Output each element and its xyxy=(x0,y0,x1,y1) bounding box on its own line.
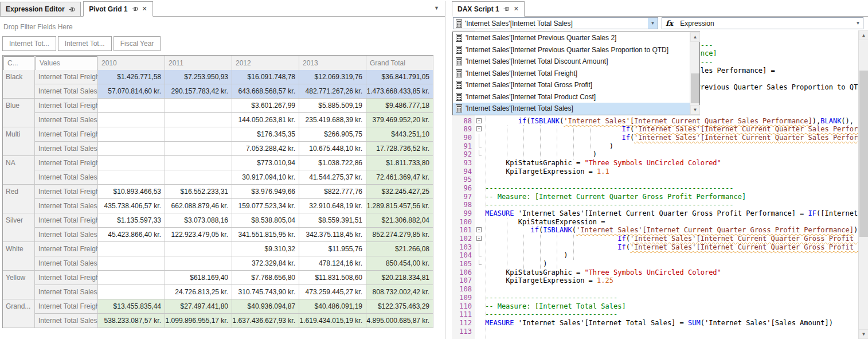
pivot-value-cell[interactable]: $266.905,75 xyxy=(299,127,366,142)
pivot-value-cell[interactable] xyxy=(98,113,165,127)
pivot-corner-header[interactable]: C... xyxy=(3,56,34,72)
pivot-value-cell[interactable]: $1.426.771,58 xyxy=(98,70,165,84)
filter-field-button[interactable]: Internet Tot... xyxy=(58,36,112,51)
pivot-value-cell[interactable] xyxy=(165,142,232,156)
pivot-value-cell[interactable]: 372.329,84 kr. xyxy=(232,256,299,271)
pivot-value-cell[interactable]: 17.728.736,52 kr. xyxy=(366,142,433,156)
measure-dropdown-item[interactable]: 'Internet Sales'[Internet Total Product … xyxy=(453,91,699,103)
pivot-measure-cell[interactable]: Internet Total Freight xyxy=(35,242,98,256)
expression-combobox[interactable]: fx Expression ▼ xyxy=(662,17,863,29)
drop-filter-zone[interactable]: Drop Filter Fields Here xyxy=(3,23,445,31)
pivot-value-cell[interactable]: 1.637.436.627,93 kr. xyxy=(232,314,299,328)
pivot-value-cell[interactable]: $32.245.427,25 xyxy=(366,185,433,199)
editor-vertical-scrollbar[interactable]: ▲ ▼ xyxy=(858,30,868,339)
pivot-value-cell[interactable]: 24.726.813,25 kr. xyxy=(165,285,232,299)
filter-field-button[interactable]: Fiscal Year xyxy=(114,36,161,51)
pivot-value-cell[interactable] xyxy=(165,170,232,185)
pivot-measure-cell[interactable]: Internet Total Freight xyxy=(35,99,98,113)
scrollbar-thumb[interactable] xyxy=(859,71,868,237)
pivot-column-header[interactable]: 2013 xyxy=(299,56,366,71)
pivot-value-cell[interactable]: 159.077.523,34 kr. xyxy=(232,199,299,213)
pivot-value-cell[interactable]: $9.486.777,18 xyxy=(366,99,433,113)
pivot-measure-cell[interactable]: Internet Total Sales xyxy=(35,285,98,299)
pin-icon[interactable] xyxy=(132,6,138,12)
pin-icon[interactable] xyxy=(69,6,75,13)
expression-combobox-dropdown-button[interactable]: ▼ xyxy=(853,18,863,29)
pivot-measure-cell[interactable]: Internet Total Sales xyxy=(35,142,98,156)
pivot-value-cell[interactable]: 1.289.815.457,56 kr. xyxy=(366,199,433,213)
scroll-down-arrow-icon[interactable]: ▼ xyxy=(859,329,868,339)
measure-dropdown-item[interactable]: 'Internet Sales'[Internet Total Freight] xyxy=(453,68,699,80)
tab-overflow-chevron-icon[interactable]: ▼ xyxy=(434,5,439,11)
pivot-value-cell[interactable] xyxy=(165,242,232,256)
pivot-measure-cell[interactable]: Internet Total Freight xyxy=(35,213,98,228)
pivot-value-cell[interactable] xyxy=(98,285,165,299)
pivot-value-cell[interactable] xyxy=(98,170,165,185)
pivot-measure-cell[interactable]: Internet Total Sales xyxy=(35,170,98,185)
pivot-measure-cell[interactable]: Internet Total Sales xyxy=(35,228,98,242)
pivot-measure-cell[interactable]: Internet Total Freight xyxy=(35,127,98,142)
pivot-measure-cell[interactable]: Internet Total Freight xyxy=(35,156,98,170)
pivot-value-cell[interactable]: $8.538.805,04 xyxy=(232,213,299,228)
pivot-value-cell[interactable]: 45.423.866,40 kr. xyxy=(98,228,165,242)
pivot-value-cell[interactable]: 290.157.783,42 kr. xyxy=(165,84,232,99)
close-icon[interactable]: ✕ xyxy=(514,5,519,13)
pivot-value-cell[interactable]: 852.274.279,85 kr. xyxy=(366,228,433,242)
pivot-color-cell[interactable]: Yellow xyxy=(3,271,35,299)
measure-selector-combobox[interactable]: 'Internet Sales'[Internet Total Sales] ▼ xyxy=(453,17,658,29)
pivot-color-cell[interactable]: Red xyxy=(3,185,35,213)
pivot-value-cell[interactable]: 850.454,00 kr. xyxy=(366,256,433,271)
pivot-measure-cell[interactable]: Internet Total Sales xyxy=(35,199,98,213)
fold-collapse-icon[interactable]: - xyxy=(476,227,482,232)
pivot-measure-cell[interactable]: Internet Total Sales xyxy=(35,256,98,271)
pivot-value-cell[interactable]: $3.601.267,99 xyxy=(232,99,299,113)
pivot-measure-cell[interactable]: Internet Total Sales xyxy=(35,113,98,127)
pivot-value-cell[interactable]: $40.486.091,19 xyxy=(299,299,366,314)
pivot-value-cell[interactable]: 478.124,16 kr. xyxy=(299,256,366,271)
pivot-measure-cell[interactable]: Internet Total Freight xyxy=(35,299,98,314)
pivot-value-cell[interactable]: 235.419.688,39 kr. xyxy=(299,113,366,127)
scroll-down-arrow-icon[interactable]: ▼ xyxy=(690,105,700,115)
pivot-value-cell[interactable]: 643.668.568,57 kr. xyxy=(232,84,299,99)
pivot-value-cell[interactable]: 482.771.267,26 kr. xyxy=(299,84,366,99)
pivot-column-header[interactable]: 2011 xyxy=(165,56,232,71)
tab-pivot-grid[interactable]: Pivot Grid 1 ✕ xyxy=(83,1,153,17)
pivot-value-cell[interactable] xyxy=(98,142,165,156)
pivot-value-cell[interactable]: 341.551.815,95 kr. xyxy=(232,228,299,242)
pivot-value-cell[interactable]: $122.375.463,29 xyxy=(366,299,433,314)
pivot-value-cell[interactable]: $7.253.950,93 xyxy=(165,70,232,84)
pivot-value-cell[interactable]: $3.976.949,66 xyxy=(232,185,299,199)
close-icon[interactable]: ✕ xyxy=(142,5,147,13)
pivot-color-cell[interactable]: Black xyxy=(3,70,35,99)
pivot-value-cell[interactable]: $21.306.882,04 xyxy=(366,213,433,228)
fold-collapse-icon[interactable]: - xyxy=(476,118,482,123)
measure-combobox-dropdown-button[interactable]: ▼ xyxy=(648,18,658,29)
pivot-color-cell[interactable]: Blue xyxy=(3,99,35,127)
pivot-value-cell[interactable]: $16.091.748,78 xyxy=(232,70,299,84)
pivot-value-cell[interactable]: $1.811.733,80 xyxy=(366,156,433,170)
measure-dropdown-item[interactable]: 'Internet Sales'[Internet Total Gross Pr… xyxy=(453,79,699,91)
pivot-value-cell[interactable]: 41.544.275,37 kr. xyxy=(299,170,366,185)
pivot-value-cell[interactable]: 808.732.002,42 kr. xyxy=(366,285,433,299)
pivot-measure-cell[interactable]: Internet Total Sales xyxy=(35,84,98,99)
pivot-value-cell[interactable]: 1.099.896.955,17 kr. xyxy=(165,314,232,328)
pivot-value-cell[interactable]: $13.455.835,44 xyxy=(98,299,165,314)
pivot-color-cell[interactable]: NA xyxy=(3,156,35,185)
tab-dax-script[interactable]: DAX Script 1 ✕ xyxy=(452,1,525,17)
pivot-column-header[interactable]: 2010 xyxy=(98,56,165,71)
pivot-value-cell[interactable] xyxy=(98,156,165,170)
pivot-column-header[interactable]: 2012 xyxy=(232,56,299,71)
measure-dropdown-item[interactable]: 'Internet Sales'[Internet Previous Quart… xyxy=(453,32,699,44)
pivot-value-cell[interactable]: $27.497.441,80 xyxy=(165,299,232,314)
pivot-value-cell[interactable] xyxy=(98,127,165,142)
fold-collapse-icon[interactable]: - xyxy=(476,126,482,131)
pivot-value-cell[interactable]: 1.619.434.015,19 kr. xyxy=(299,314,366,328)
pivot-value-cell[interactable]: 342.375.118,45 kr. xyxy=(299,228,366,242)
pivot-measure-cell[interactable]: Internet Total Sales xyxy=(35,314,98,328)
pivot-value-cell[interactable]: $5.885.509,19 xyxy=(299,99,366,113)
pivot-value-cell[interactable]: 1.473.668.433,85 kr. xyxy=(366,84,433,99)
pivot-value-cell[interactable]: 10.675.448,10 kr. xyxy=(299,142,366,156)
pivot-value-cell[interactable] xyxy=(98,242,165,256)
measure-dropdown-item[interactable]: 'Internet Sales'[Internet Previous Quart… xyxy=(453,44,699,56)
tab-expression-editor[interactable]: Expression Editor xyxy=(0,2,81,17)
